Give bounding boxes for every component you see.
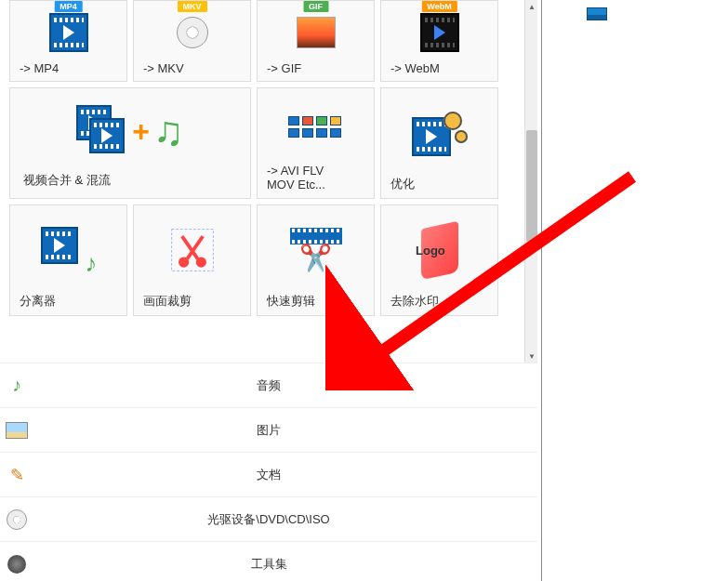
disc-icon bbox=[138, 5, 246, 59]
doc-icon: ✎ bbox=[4, 462, 30, 488]
menu-label: 文档 bbox=[257, 467, 281, 483]
eraser-icon bbox=[385, 209, 494, 291]
format-label: 分离器 bbox=[14, 291, 123, 311]
format-label: -> AVI FLV bbox=[267, 164, 324, 178]
fastcut-icon: ✂️ bbox=[261, 209, 370, 291]
badge-mkv: MKV bbox=[178, 1, 207, 12]
right-panel bbox=[541, 0, 727, 581]
scroll-up-icon[interactable]: ▲ bbox=[526, 0, 537, 13]
format-label: 画面裁剪 bbox=[138, 291, 246, 311]
tiles-icon bbox=[261, 92, 370, 162]
format-label: MOV Etc... bbox=[267, 178, 325, 191]
format-card-splitter[interactable]: ♪ 分离器 bbox=[9, 205, 127, 316]
menu-label: 工具集 bbox=[251, 556, 287, 573]
film-icon bbox=[14, 5, 123, 59]
merge-icon: + ♫ bbox=[14, 92, 246, 170]
badge-gif: GIF bbox=[303, 1, 328, 12]
format-card-remove-watermark[interactable]: 去除水印 bbox=[380, 205, 498, 316]
format-label: 视频合并 & 混流 bbox=[14, 170, 246, 194]
menu-item-doc[interactable]: ✎ 文档 bbox=[0, 453, 537, 497]
disc-drive-icon bbox=[4, 507, 30, 533]
format-label: -> GIF bbox=[261, 59, 370, 77]
scroll-down-icon[interactable]: ▼ bbox=[526, 350, 537, 363]
category-menu: ♪ 音频 图片 ✎ 文档 光驱设备\DVD\CD\ISO 工具集 bbox=[0, 363, 537, 581]
format-label: 快速剪辑 bbox=[261, 291, 370, 311]
format-card-fastcut[interactable]: ✂️ 快速剪辑 bbox=[257, 205, 375, 316]
menu-label: 音频 bbox=[257, 377, 281, 394]
scrollbar-thumb[interactable] bbox=[526, 130, 537, 242]
format-card-merge[interactable]: + ♫ 视频合并 & 混流 bbox=[9, 87, 251, 199]
menu-item-audio[interactable]: ♪ 音频 bbox=[0, 363, 537, 408]
tools-icon bbox=[4, 551, 30, 577]
scrollbar[interactable]: ▲ ▼ bbox=[524, 0, 537, 363]
format-card-mp4[interactable]: MP4 -> MP4 bbox=[9, 0, 127, 82]
format-card-mkv[interactable]: MKV -> MKV bbox=[133, 0, 251, 82]
format-label: 优化 bbox=[385, 174, 494, 194]
partial-row bbox=[19, 316, 521, 363]
audio-icon: ♪ bbox=[4, 373, 30, 399]
format-card-webm[interactable]: WebM -> WebM bbox=[380, 0, 498, 82]
format-label: 去除水印 bbox=[385, 291, 494, 311]
format-card-aviflv[interactable]: -> AVI FLV MOV Etc... bbox=[257, 87, 375, 199]
image-icon bbox=[4, 417, 30, 443]
preview-thumbnail-icon bbox=[587, 7, 607, 20]
menu-item-disc[interactable]: 光驱设备\DVD\CD\ISO bbox=[0, 497, 537, 542]
format-label: -> MKV bbox=[138, 59, 246, 77]
badge-mp4: MP4 bbox=[54, 1, 83, 12]
format-card-optimize[interactable]: 优化 bbox=[380, 87, 498, 199]
sunset-icon bbox=[261, 5, 370, 59]
format-card-crop[interactable]: 画面裁剪 bbox=[133, 205, 251, 316]
format-grid-area: MP4 -> MP4 MKV -> MKV GIF -> GIF WebM bbox=[9, 0, 521, 363]
gears-icon bbox=[385, 92, 494, 174]
menu-label: 图片 bbox=[257, 422, 281, 439]
menu-item-image[interactable]: 图片 bbox=[0, 408, 537, 453]
format-card-gif[interactable]: GIF -> GIF bbox=[257, 0, 375, 82]
menu-label: 光驱设备\DVD\CD\ISO bbox=[207, 511, 329, 528]
film-dark-icon bbox=[385, 5, 494, 59]
badge-webm: WebM bbox=[421, 1, 457, 12]
splitter-icon: ♪ bbox=[14, 209, 123, 291]
crop-scissors-icon bbox=[138, 209, 246, 291]
menu-item-tools[interactable]: 工具集 bbox=[0, 542, 537, 581]
format-label: -> WebM bbox=[385, 59, 494, 77]
format-label: -> MP4 bbox=[14, 59, 123, 77]
